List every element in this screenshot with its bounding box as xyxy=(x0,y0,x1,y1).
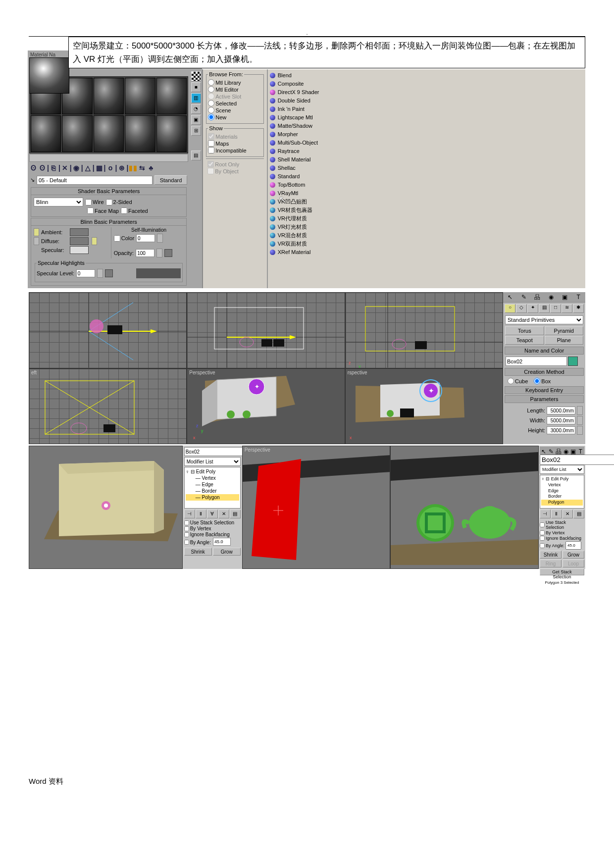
primitives-dropdown[interactable]: Standard Primitives xyxy=(505,315,583,324)
mtl-editor-radio[interactable] xyxy=(208,86,214,93)
material-type-item[interactable]: Raytrace xyxy=(270,147,374,155)
show-icon[interactable]: Ⅱ xyxy=(551,510,562,518)
opacity-map-button[interactable] xyxy=(164,249,172,257)
modifier-stack[interactable]: ♀ ⊟ Edit Poly Vertex Edge Border Polygon xyxy=(540,475,584,509)
by-vertex-checkbox[interactable] xyxy=(184,526,189,531)
ring-button[interactable]: Ring xyxy=(540,560,562,567)
material-type-item[interactable]: VR材质包裹器 xyxy=(270,206,374,214)
material-slot[interactable] xyxy=(31,115,61,152)
pin-icon[interactable]: ⊣ xyxy=(184,510,195,518)
tool-icon[interactable]: △ xyxy=(84,164,93,172)
height-input[interactable] xyxy=(547,426,575,434)
new-radio[interactable] xyxy=(208,114,214,120)
pick-icon[interactable]: ↘ xyxy=(30,177,35,183)
motion-tab[interactable]: ◉ xyxy=(544,292,558,302)
display-tab[interactable]: ▣ xyxy=(558,292,572,302)
use-stack-checkbox[interactable] xyxy=(184,520,189,525)
material-type-item[interactable]: Standard xyxy=(270,172,374,180)
width-input[interactable] xyxy=(547,416,575,424)
tool-icon[interactable]: ▮▮ xyxy=(129,164,138,172)
torus-button[interactable]: Torus xyxy=(505,326,544,335)
material-type-item[interactable]: VR双面材质 xyxy=(270,240,374,248)
object-name-input[interactable] xyxy=(506,357,567,366)
facemap-checkbox[interactable] xyxy=(87,207,94,214)
by-angle-checkbox[interactable] xyxy=(184,540,189,545)
grow-button[interactable]: Grow xyxy=(563,551,584,559)
tool-icon[interactable]: ▤ xyxy=(191,151,201,160)
show-icon[interactable]: Ⅱ xyxy=(196,510,206,518)
rollout-blinn-basic[interactable]: Blinn Basic Parameters xyxy=(31,218,186,226)
tool-icon[interactable]: ▦ xyxy=(95,164,104,172)
material-type-item[interactable]: Shell Material xyxy=(270,155,374,163)
modifier-stack[interactable]: ♀ ⊟ Edit Poly — Vertex — Edge — Border —… xyxy=(184,467,241,509)
ignore-bf-checkbox[interactable] xyxy=(184,532,189,537)
create-tab[interactable]: ↖ xyxy=(540,447,547,454)
pin-icon[interactable]: ⊣ xyxy=(540,510,551,518)
tool-icon[interactable]: ⊛ xyxy=(117,164,126,172)
light-icon[interactable]: ▥ xyxy=(191,93,201,103)
spinner[interactable] xyxy=(157,234,163,243)
wire-checkbox[interactable] xyxy=(85,199,92,205)
faceted-checkbox[interactable] xyxy=(121,207,127,214)
mtl-library-radio[interactable] xyxy=(208,79,214,86)
shape-cat[interactable]: ◇ xyxy=(516,304,527,313)
by-angle-checkbox[interactable] xyxy=(540,543,545,548)
checker-icon[interactable] xyxy=(191,71,201,81)
viewport-front[interactable] xyxy=(187,292,345,368)
material-type-item[interactable]: Composite xyxy=(270,80,374,88)
viewport-box[interactable] xyxy=(29,446,183,569)
spinner[interactable] xyxy=(97,269,103,278)
material-type-item[interactable]: VR凹凸贴图 xyxy=(270,198,374,205)
material-slot[interactable] xyxy=(62,115,92,152)
modifier-list[interactable]: Modifier List xyxy=(540,465,584,474)
material-type-item[interactable]: Shellac xyxy=(270,164,374,172)
creation-method-rollout[interactable]: Creation Method xyxy=(505,368,584,376)
scene-radio[interactable] xyxy=(208,107,214,113)
by-vertex-checkbox[interactable] xyxy=(540,530,545,535)
shader-select[interactable]: Blinn xyxy=(34,198,83,206)
create-tab[interactable]: ↖ xyxy=(503,292,517,302)
hierarchy-tab[interactable]: 品 xyxy=(555,447,562,454)
unique-icon[interactable]: ∀ xyxy=(207,510,218,518)
material-type-item[interactable]: DirectX 9 Shader xyxy=(270,88,374,96)
grow-button[interactable]: Grow xyxy=(213,548,241,556)
viewport-perspective2[interactable]: rspective ✦x xyxy=(345,368,503,445)
tool-icon[interactable]: ◉ xyxy=(72,164,81,172)
viewport-perspective[interactable]: Perspective ✦xyz xyxy=(187,368,345,445)
config-icon[interactable]: ▤ xyxy=(230,510,241,518)
helper-cat[interactable]: □ xyxy=(550,304,561,313)
tool-icon[interactable]: ʘ xyxy=(38,164,47,172)
material-type-item[interactable]: Matte/Shadow xyxy=(270,122,374,130)
angle-input[interactable] xyxy=(213,538,231,546)
cube-radio[interactable] xyxy=(508,378,514,384)
material-type-item[interactable]: Lightscape Mtl xyxy=(270,113,374,121)
get-stack-button[interactable]: Get Stack Selection xyxy=(540,568,584,575)
loop-button[interactable]: Loop xyxy=(563,560,584,567)
pyramid-button[interactable]: Pyramid xyxy=(545,326,584,335)
obj-name[interactable] xyxy=(540,455,614,465)
material-slot[interactable] xyxy=(156,115,187,152)
specular-swatch[interactable] xyxy=(70,246,89,254)
teapot-button[interactable]: Teapot xyxy=(505,336,544,345)
material-type-button[interactable]: Standard xyxy=(154,175,188,185)
spinner[interactable] xyxy=(577,406,583,415)
viewport-teapots[interactable] xyxy=(390,446,539,569)
viewport-red-poly[interactable]: Perspective xyxy=(242,446,391,569)
box-radio[interactable] xyxy=(534,378,540,384)
material-name-input[interactable] xyxy=(37,176,153,185)
tool-icon[interactable]: ʘ xyxy=(29,164,38,172)
sample-icon[interactable]: ■ xyxy=(191,82,201,92)
obj-name[interactable] xyxy=(184,447,244,456)
motion-tab[interactable]: ◉ xyxy=(562,447,569,454)
color-checkbox[interactable] xyxy=(114,235,120,242)
spinner[interactable] xyxy=(156,249,162,257)
material-type-item[interactable]: Morpher xyxy=(270,130,374,138)
selected-radio[interactable] xyxy=(208,100,214,106)
modifier-list[interactable]: Modifier List xyxy=(184,457,241,466)
material-slot[interactable] xyxy=(125,78,155,114)
spec-level-value[interactable] xyxy=(76,269,95,277)
color-swatch[interactable] xyxy=(568,357,578,366)
viewport-left[interactable]: zy xyxy=(345,292,503,368)
tool-icon[interactable]: ◔ xyxy=(191,104,201,114)
space-cat[interactable]: ≋ xyxy=(562,304,572,313)
